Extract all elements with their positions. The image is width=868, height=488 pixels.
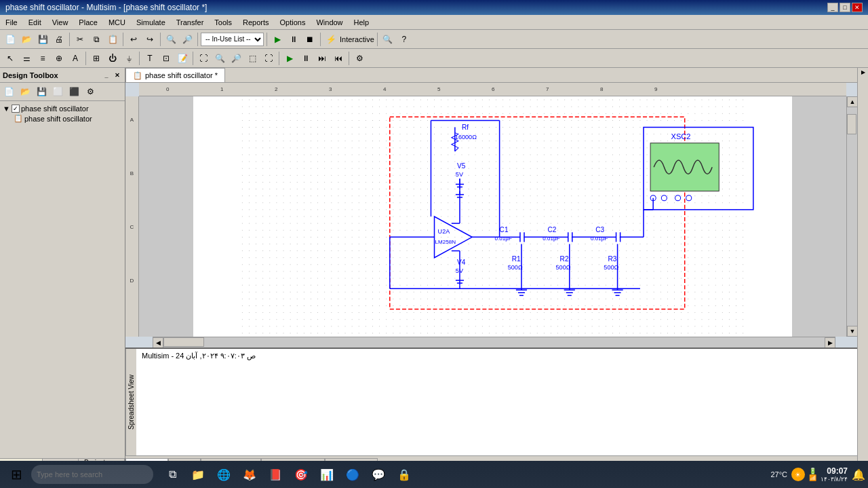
select-btn[interactable]: ↖ [3, 51, 18, 66]
toolbox-pcb-btn[interactable]: ⬛ [66, 84, 81, 99]
menu-reports[interactable]: Reports [237, 15, 275, 29]
menu-place[interactable]: Place [73, 15, 103, 29]
schematic-tab-main[interactable]: 📋 phase shift oscillator * [125, 68, 225, 82]
scrollbar-horizontal[interactable]: ◀ ▶ [153, 337, 835, 348]
menu-mcu[interactable]: MCU [103, 15, 131, 29]
ruler-mark-5: 5 [437, 86, 440, 92]
scroll-down-btn[interactable]: ▼ [847, 326, 857, 337]
settings-btn[interactable]: ⚙ [352, 51, 367, 66]
zoom-out-btn[interactable]: 🔎 [180, 32, 195, 47]
app9-btn[interactable]: 🔒 [392, 462, 416, 487]
menu-help[interactable]: Help [349, 15, 375, 29]
run-btn[interactable]: ▶ [270, 32, 285, 47]
spreadsheet-tab[interactable]: Spreadsheet View [125, 349, 136, 455]
toolbox-new-btn[interactable]: 📄 [1, 84, 16, 99]
menu-edit[interactable]: Edit [23, 15, 47, 29]
search-btn[interactable]: 🔍 [380, 32, 395, 47]
stop-btn[interactable]: ⏹ [302, 32, 317, 47]
zoom-fit-btn[interactable]: ⛶ [196, 51, 211, 66]
print-button[interactable]: 🖨 [52, 32, 66, 47]
paste-button[interactable]: 📋 [105, 32, 120, 47]
svg-text:Rf: Rf [462, 124, 469, 131]
menu-view[interactable]: View [47, 15, 74, 29]
taskbar-search[interactable] [31, 465, 153, 484]
save-button[interactable]: 💾 [35, 32, 50, 47]
toolbox-save-btn[interactable]: 💾 [34, 84, 49, 99]
ground-btn[interactable]: ⏚ [121, 51, 136, 66]
strip-btn-1[interactable]: ▶ [861, 69, 865, 75]
schematic-background[interactable]: 0 1 2 3 4 5 6 7 8 9 A B [125, 83, 857, 348]
scrollbar-vertical[interactable]: ▲ ▼ [846, 96, 857, 337]
toolbox-title: Design Toolbox [3, 71, 58, 79]
edge-btn[interactable]: 🌐 [212, 462, 236, 487]
weather-icon: ☀ [791, 468, 805, 481]
tree-project[interactable]: ▼ ✓ phase shift oscillator [3, 104, 122, 113]
copy-button[interactable]: ⧉ [89, 32, 104, 47]
pause-btn[interactable]: ⏸ [286, 32, 301, 47]
clock[interactable]: 09:07 ۱۴۰۳/۸/۲۴ [821, 466, 848, 483]
zoom-area-btn[interactable]: ⬚ [245, 51, 260, 66]
in-use-list-dropdown[interactable]: -- In-Use List -- [201, 33, 264, 46]
scroll-up-btn[interactable]: ▲ [847, 96, 857, 107]
component-btn[interactable]: ⊞ [89, 51, 104, 66]
close-button[interactable]: ✕ [852, 3, 863, 12]
whatsapp-btn[interactable]: 💬 [366, 462, 391, 487]
text-btn[interactable]: T [142, 51, 157, 66]
menu-options[interactable]: Options [275, 15, 311, 29]
minimize-button[interactable]: _ [827, 3, 838, 12]
powerpoint-btn[interactable]: 📊 [315, 462, 339, 487]
bus-btn[interactable]: ≡ [35, 51, 50, 66]
explorer-btn[interactable]: 📁 [186, 462, 210, 487]
cut-button[interactable]: ✂ [73, 32, 87, 47]
full-btn[interactable]: ⛶ [261, 51, 276, 66]
adobe-btn[interactable]: 📕 [263, 462, 288, 487]
new-button[interactable]: 📄 [3, 32, 18, 47]
zoom-in2-btn[interactable]: 🔍 [212, 51, 227, 66]
tree-schematic[interactable]: 📋 phase shift oscillator [14, 113, 122, 124]
toolbox-minimize[interactable]: _ [102, 71, 111, 80]
scroll-thumb-h[interactable] [163, 337, 204, 347]
scroll-left-btn[interactable]: ◀ [153, 337, 163, 348]
junction-btn[interactable]: ⊕ [52, 51, 66, 66]
scroll-thumb-v[interactable] [847, 114, 856, 134]
run2-btn[interactable]: ▶ [282, 51, 297, 66]
power-btn[interactable]: ⏻ [105, 51, 120, 66]
toolbox-sch-btn[interactable]: ⬜ [50, 84, 65, 99]
scroll-track-v[interactable] [847, 107, 857, 326]
redo-button[interactable]: ↪ [142, 32, 157, 47]
maximize-button[interactable]: □ [840, 3, 850, 12]
start-button[interactable]: ⊞ [3, 462, 30, 487]
taskview-btn[interactable]: ⧉ [160, 462, 184, 487]
step-btn[interactable]: ⏭ [315, 51, 330, 66]
app5-btn[interactable]: 🎯 [289, 462, 313, 487]
toolbox-close[interactable]: ✕ [113, 71, 122, 80]
pause2-btn[interactable]: ⏸ [298, 51, 313, 66]
zoom-out2-btn[interactable]: 🔎 [229, 51, 243, 66]
ruler-mark-4: 4 [383, 86, 386, 92]
scroll-track-h[interactable] [163, 337, 825, 348]
help-btn[interactable]: ? [397, 32, 412, 47]
firefox-btn[interactable]: 🦊 [237, 462, 262, 487]
toolbox-settings-btn[interactable]: ⚙ [83, 84, 98, 99]
undo-button[interactable]: ↩ [126, 32, 141, 47]
menu-transfer[interactable]: Transfer [171, 15, 210, 29]
app7-btn[interactable]: 🔵 [340, 462, 365, 487]
menu-window[interactable]: Window [311, 15, 348, 29]
wire-btn[interactable]: ⚌ [19, 51, 34, 66]
interactive-btn[interactable]: ⚡ [323, 32, 338, 47]
window-controls[interactable]: _ □ ✕ [827, 3, 863, 12]
probe-btn[interactable]: ⊡ [159, 51, 174, 66]
annotation-btn[interactable]: 📝 [175, 51, 190, 66]
label-btn[interactable]: A [68, 51, 83, 66]
zoom-in-btn[interactable]: 🔍 [163, 32, 178, 47]
svg-text:500Ω: 500Ω [508, 264, 523, 271]
notifications-btn[interactable]: 🔔 [852, 468, 865, 481]
back-btn[interactable]: ⏮ [331, 51, 346, 66]
menu-simulate[interactable]: Simulate [131, 15, 171, 29]
toolbox-open-btn[interactable]: 📂 [18, 84, 33, 99]
tree-project-checkbox[interactable]: ✓ [12, 105, 20, 113]
menu-tools[interactable]: Tools [209, 15, 237, 29]
menu-file[interactable]: File [0, 15, 23, 29]
open-button[interactable]: 📂 [19, 32, 34, 47]
scroll-right-btn[interactable]: ▶ [825, 337, 835, 348]
